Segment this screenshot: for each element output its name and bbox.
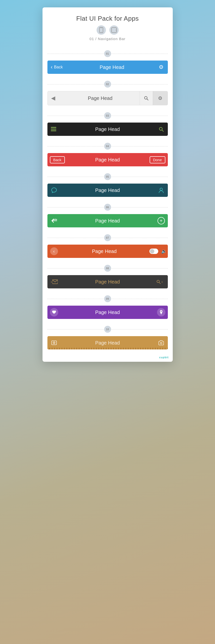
svg-rect-2 bbox=[100, 28, 102, 28]
svg-rect-7 bbox=[51, 127, 56, 128]
svg-point-1 bbox=[101, 32, 101, 32]
section-10: 10 Page Head bbox=[42, 326, 173, 352]
svg-point-4 bbox=[116, 30, 116, 30]
done-button-04[interactable]: Done bbox=[150, 156, 165, 164]
step-badge-04: 04 bbox=[104, 143, 111, 150]
svg-line-6 bbox=[147, 99, 148, 100]
step-badge-05: 05 bbox=[104, 173, 111, 180]
navbar-06: Page Head + bbox=[47, 214, 168, 228]
gear-icon-01: ⚙ bbox=[159, 64, 164, 70]
navbar-03-title: Page Head bbox=[61, 126, 155, 132]
divider-01: 01 bbox=[42, 50, 173, 57]
svg-rect-9 bbox=[51, 130, 56, 131]
navbar-06-right: + bbox=[155, 217, 168, 224]
navbar-02: ◀ Page Head ⚙ bbox=[47, 91, 168, 105]
navbar-09-right bbox=[155, 308, 168, 316]
back-circle-icon-07[interactable]: ‹ bbox=[50, 247, 58, 255]
navbar-04-title: Page Head bbox=[67, 157, 148, 163]
divider-04: 04 bbox=[42, 143, 173, 150]
navbar-07-right: 🔉 bbox=[148, 248, 168, 254]
subtitle: 01 / Navigation Bar bbox=[42, 37, 173, 41]
divider-07: 07 bbox=[42, 234, 173, 241]
svg-point-19 bbox=[54, 342, 54, 343]
step-badge-09: 09 bbox=[104, 295, 111, 302]
navbar-09-left bbox=[47, 308, 61, 316]
gear-icon-02[interactable]: ⚙ bbox=[153, 91, 168, 105]
section-07: 07 ‹ Page Head 🔉 bbox=[42, 234, 173, 260]
pin-circle-icon bbox=[157, 308, 165, 316]
svg-point-16 bbox=[161, 311, 162, 312]
navbar-05-title: Page Head bbox=[61, 188, 155, 193]
navbar-08-title: Page Head bbox=[61, 279, 155, 285]
main-title: Flat UI Pack for Apps bbox=[42, 15, 173, 22]
navbar-06-left bbox=[47, 218, 61, 224]
divider-10: 10 bbox=[42, 326, 173, 333]
navbar-05-left bbox=[47, 187, 61, 193]
main-card: Flat UI Pack for Apps 01 / Navigation Ba… bbox=[42, 8, 173, 362]
divider-02: 02 bbox=[42, 81, 173, 88]
section-06: 06 Page Head + bbox=[42, 204, 173, 230]
svg-point-20 bbox=[160, 342, 162, 344]
navbar-08: › Page Head › bbox=[47, 275, 168, 288]
navbar-05: Page Head bbox=[47, 184, 168, 197]
svg-rect-8 bbox=[51, 129, 56, 130]
navbar-07: ‹ Page Head 🔉 bbox=[47, 244, 168, 258]
section-05: 05 Page Head bbox=[42, 173, 173, 199]
navbar-07-title: Page Head bbox=[61, 248, 148, 254]
navbar-05-right bbox=[155, 187, 168, 194]
toggle-knob-07 bbox=[150, 249, 154, 254]
angle-left-icon-08: › bbox=[51, 280, 52, 284]
navbar-02-right: ⚙ bbox=[140, 91, 168, 105]
navbar-03-left bbox=[47, 127, 61, 132]
watermark: cupbit bbox=[159, 356, 169, 359]
bottom-stripe-10 bbox=[47, 348, 168, 350]
device-icons bbox=[42, 25, 173, 35]
divider-09: 09 bbox=[42, 295, 173, 302]
navbar-01-title: Page Head bbox=[69, 64, 155, 70]
volume-icon-07: 🔉 bbox=[161, 248, 167, 254]
navbar-04-left: Back bbox=[47, 156, 67, 164]
navbar-02-left: ◀ bbox=[48, 95, 61, 102]
svg-line-11 bbox=[162, 130, 163, 132]
step-badge-06: 06 bbox=[104, 204, 111, 211]
navbar-10-right bbox=[155, 340, 168, 346]
step-badge-01: 01 bbox=[104, 50, 111, 57]
navbar-08-left: › bbox=[47, 280, 61, 284]
section-09: 09 Page Head bbox=[42, 295, 173, 322]
step-badge-08: 08 bbox=[104, 265, 111, 272]
tablet-device-icon bbox=[109, 25, 119, 35]
navbar-09-title: Page Head bbox=[61, 310, 155, 315]
search-icon-02[interactable] bbox=[140, 91, 153, 105]
navbar-09: Page Head bbox=[47, 306, 168, 319]
navbar-10-title: Page Head bbox=[61, 340, 155, 346]
navbar-03: Page Head bbox=[47, 122, 168, 136]
step-badge-10: 10 bbox=[104, 326, 111, 333]
navbar-03-right bbox=[155, 126, 168, 132]
navbar-02-title: Page Head bbox=[61, 96, 140, 101]
divider-03: 03 bbox=[42, 112, 173, 119]
step-badge-02: 02 bbox=[104, 81, 111, 88]
navbar-10: Page Head bbox=[47, 336, 168, 350]
navbar-08-right: › bbox=[155, 279, 168, 284]
back-chevron-icon: ‹ bbox=[51, 64, 53, 70]
section-01: 01 ‹ Back Page Head ⚙ bbox=[42, 50, 173, 76]
phone-device-icon bbox=[97, 25, 106, 35]
heart-circle-icon bbox=[50, 308, 58, 316]
divider-08: 08 bbox=[42, 265, 173, 272]
section-03: 03 Page Head bbox=[42, 112, 173, 138]
angle-right-icon-08: › bbox=[161, 280, 163, 284]
toggle-switch-07[interactable] bbox=[149, 248, 158, 254]
svg-point-12 bbox=[160, 188, 162, 190]
navbar-06-title: Page Head bbox=[61, 218, 155, 224]
divider-05: 05 bbox=[42, 173, 173, 180]
plus-circle-icon[interactable]: + bbox=[158, 217, 165, 224]
navbar-01-back-label: Back bbox=[54, 65, 63, 70]
section-04: 04 Back Page Head Done bbox=[42, 143, 173, 169]
navbar-07-left: ‹ bbox=[47, 247, 61, 255]
back-triangle-icon: ◀ bbox=[51, 95, 55, 102]
navbar-04: Back Page Head Done bbox=[47, 153, 168, 166]
divider-06: 06 bbox=[42, 204, 173, 211]
step-badge-03: 03 bbox=[104, 112, 111, 119]
navbar-04-right: Done bbox=[148, 156, 168, 164]
back-button-04[interactable]: Back bbox=[50, 156, 65, 164]
